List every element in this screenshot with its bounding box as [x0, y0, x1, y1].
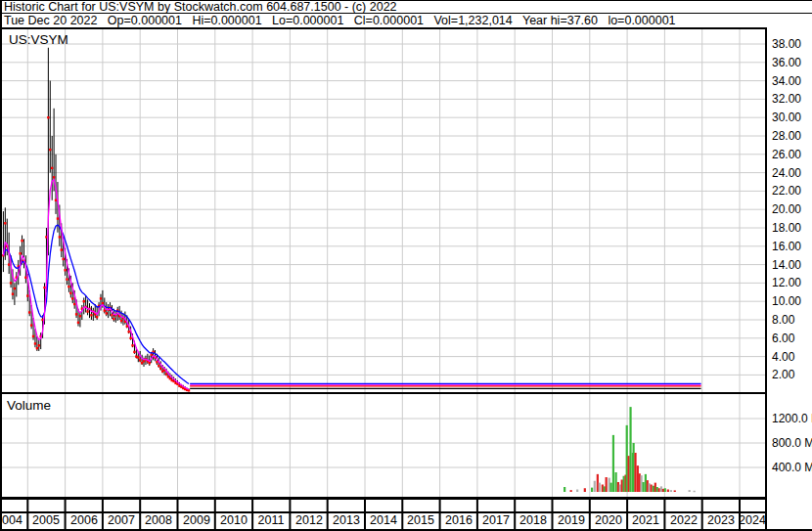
volume-bar	[604, 486, 606, 492]
close-tick	[43, 287, 45, 288]
symbol-label: US:VSYM	[9, 32, 68, 47]
close-tick	[12, 292, 14, 294]
close-tick	[79, 315, 81, 317]
close-tick	[131, 344, 133, 346]
volume-bar	[591, 488, 593, 492]
volume-bar	[654, 483, 656, 492]
close-tick	[36, 347, 38, 349]
x-axis-year-label: 2016	[445, 514, 473, 527]
price-axis-tick-label: 32.00	[772, 93, 801, 105]
close-tick	[96, 316, 98, 318]
price-axis-tick-label: 16.00	[772, 241, 801, 252]
close-tick	[26, 294, 28, 296]
price-axis-tick-label: 14.00	[772, 259, 801, 271]
close-tick	[159, 368, 161, 370]
close-tick	[149, 362, 151, 364]
close-tick	[71, 297, 73, 299]
close-tick	[113, 318, 114, 320]
price-axis-tick-label: 20.00	[772, 203, 801, 215]
x-axis-year-label: 2008	[145, 514, 172, 527]
volume-bar	[660, 486, 662, 492]
x-axis-year-label: 2007	[108, 514, 135, 527]
volume-axis-tick-label: 400.0 M	[772, 462, 812, 473]
volume-bar	[634, 453, 636, 492]
volume-bar	[617, 482, 619, 492]
x-axis-year-label: 2023	[707, 514, 735, 527]
x-axis-year-label: 2009	[183, 514, 210, 527]
close-tick	[4, 222, 6, 224]
volume-bar	[658, 488, 660, 492]
x-axis-year-label: 2006	[70, 514, 98, 527]
x-axis-year-label: 2020	[595, 514, 622, 527]
x-axis-year-label: 2011	[258, 514, 285, 527]
volume-bar	[594, 481, 596, 492]
volume-bar	[642, 482, 644, 492]
volume-bar	[599, 483, 601, 492]
close-tick	[10, 282, 12, 284]
price-axis-tick-label: 2.00	[772, 369, 794, 380]
volume-bar	[610, 483, 612, 492]
volume-bar	[576, 490, 578, 493]
price-axis-tick-label: 8.00	[772, 314, 794, 326]
x-axis-year-label: 2018	[519, 514, 547, 527]
close-tick	[21, 240, 23, 242]
close-tick	[57, 217, 59, 219]
close-tick	[158, 365, 159, 367]
x-axis-year-label: 2019	[558, 514, 585, 527]
close-tick	[64, 269, 66, 271]
top-border	[0, 0, 812, 1]
volume-bar	[597, 474, 599, 492]
close-tick	[30, 324, 32, 326]
volume-bar	[584, 488, 586, 492]
price-axis-tick-label: 28.00	[772, 130, 801, 142]
volume-bar	[664, 488, 666, 492]
close-tick	[150, 354, 152, 356]
close-tick	[126, 325, 128, 327]
close-tick	[83, 300, 85, 302]
x-axis-year-label: 2004	[0, 514, 23, 527]
close-tick	[8, 263, 10, 265]
volume-bar	[612, 435, 614, 492]
price-axis-tick-label: 12.00	[772, 277, 801, 288]
volume-bar	[639, 473, 641, 492]
volume-bottom-border	[0, 497, 767, 500]
close-tick	[139, 359, 141, 361]
x-axis-year-label: 2012	[295, 514, 323, 527]
close-tick	[104, 309, 106, 311]
volume-bar	[670, 490, 672, 492]
x-axis-year-label: 2017	[482, 514, 510, 527]
close-tick	[100, 297, 102, 299]
close-tick	[86, 310, 88, 312]
x-axis-year-label: 2005	[32, 514, 60, 527]
x-axis-year-label: 2022	[670, 514, 698, 527]
close-tick	[59, 236, 61, 238]
close-tick	[156, 361, 158, 363]
volume-axis-tick-label: 1200.0 M	[772, 413, 812, 424]
volume-bar	[641, 475, 643, 492]
close-tick	[75, 313, 77, 315]
price-volume-divider	[0, 392, 767, 394]
close-tick	[61, 248, 63, 250]
close-tick	[62, 258, 64, 260]
close-tick	[128, 331, 130, 332]
price-axis-tick-label: 18.00	[772, 222, 801, 234]
volume-bar	[609, 478, 610, 492]
volume-bar	[637, 465, 639, 492]
close-tick	[77, 322, 79, 324]
volume-panel-label: Volume	[7, 398, 51, 413]
volume-bar	[649, 483, 651, 492]
volume-bar	[651, 485, 653, 493]
x-axis-year-label: 2015	[407, 514, 434, 527]
close-tick	[73, 303, 75, 305]
left-border	[0, 0, 2, 531]
volume-bar	[629, 407, 631, 492]
volume-bar	[656, 487, 658, 492]
volume-bar	[570, 490, 572, 492]
x-axis-year-label: 2013	[333, 514, 360, 527]
volume-bar	[602, 485, 604, 493]
close-tick	[102, 302, 104, 304]
title-divider	[0, 13, 812, 14]
close-tick	[66, 278, 68, 280]
x-axis-year-label: 2024	[739, 514, 766, 527]
price-axis-tick-label: 30.00	[772, 111, 801, 123]
